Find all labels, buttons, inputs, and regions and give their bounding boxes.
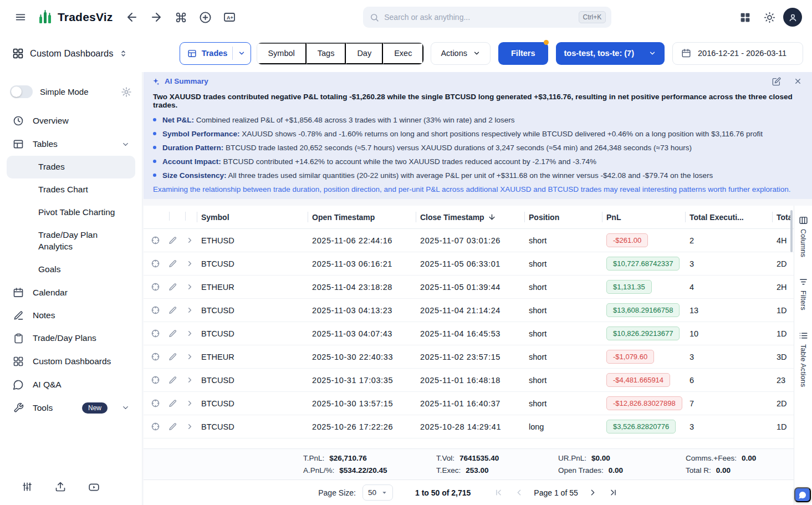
first-page-button[interactable] <box>493 487 504 498</box>
sidebar-subitem-trades[interactable]: Trades <box>7 156 135 178</box>
tab-symbol[interactable]: Symbol <box>257 43 306 64</box>
chevron-right-icon[interactable] <box>186 329 194 338</box>
table-row[interactable]: BTCUSD 2025-10-26 17:22:26 2025-10-28 14… <box>144 415 794 438</box>
date-range-picker[interactable]: 2016-12-21 - 2026-03-11 <box>672 42 803 65</box>
col-pnl[interactable]: PnL <box>602 206 685 229</box>
add-button[interactable] <box>195 7 216 28</box>
back-button[interactable] <box>121 7 142 28</box>
edit-pencil-icon[interactable] <box>168 283 177 292</box>
table-row[interactable]: BTCUSD 2025-10-30 13:57:15 2025-11-01 16… <box>144 392 794 415</box>
sidebar-item-trade-day-plans[interactable]: Trade/Day Plans <box>7 327 135 350</box>
apps-grid-button[interactable] <box>734 7 755 28</box>
custom-dashboards-selector[interactable]: Custom Dashboards <box>9 45 131 62</box>
edit-pencil-icon[interactable] <box>168 353 177 361</box>
sliders-button[interactable] <box>19 478 35 495</box>
edit-pencil-icon[interactable] <box>168 236 177 245</box>
chevron-right-icon[interactable] <box>186 376 194 384</box>
filters-button[interactable]: Filters <box>498 42 548 65</box>
chevron-right-icon[interactable] <box>186 236 194 244</box>
tab-tags[interactable]: Tags <box>307 43 346 64</box>
sidebar-subitem-goals[interactable]: Goals <box>7 258 135 281</box>
command-button[interactable] <box>170 7 191 28</box>
edit-pencil-icon[interactable] <box>168 422 177 431</box>
position-cell: long <box>524 415 602 438</box>
actions-dropdown[interactable]: Actions <box>431 42 491 65</box>
theme-toggle-button[interactable] <box>759 7 780 28</box>
chevron-right-icon[interactable] <box>186 283 194 291</box>
brand-logo[interactable]: TradesViz <box>38 10 113 25</box>
table-row[interactable]: BTCUSD 2025-11-03 04:07:43 2025-11-04 16… <box>144 322 794 345</box>
chevron-right-icon[interactable] <box>186 422 194 431</box>
total-duration-cell: 1D <box>772 415 794 438</box>
col-close-timestamp[interactable]: Close Timestamp <box>416 206 524 229</box>
ai-summary-edit-button[interactable] <box>770 75 783 88</box>
global-search[interactable]: Ctrl+K <box>363 7 611 28</box>
youtube-button[interactable] <box>85 478 102 495</box>
next-page-button[interactable] <box>587 487 599 498</box>
accounts-dropdown[interactable]: tos-test, tos-te: (7) <box>556 42 665 65</box>
upload-button[interactable] <box>52 478 69 495</box>
chevron-right-icon[interactable] <box>186 259 194 268</box>
table-row[interactable]: BTCUSD 2025-11-03 06:16:21 2025-11-05 06… <box>144 252 794 276</box>
edit-pencil-icon[interactable] <box>168 306 177 315</box>
dashboard-grid-icon <box>12 48 24 59</box>
ai-summary-suggestion-link[interactable]: Examining the relationship between trade… <box>153 185 803 193</box>
edit-pencil-icon[interactable] <box>168 376 177 385</box>
gear-icon[interactable] <box>121 86 132 98</box>
menu-button[interactable] <box>10 7 31 28</box>
sidebar-item-tools[interactable]: Tools New <box>7 396 135 420</box>
tab-trades[interactable]: Trades <box>180 42 252 65</box>
sidebar-item-custom-dashboards[interactable]: Custom Dashboards <box>7 350 135 373</box>
prev-page-button[interactable] <box>513 487 525 498</box>
search-input[interactable] <box>384 13 573 22</box>
sidebar-item-calendar[interactable]: Calendar <box>7 281 135 304</box>
rail-filters-button[interactable]: Filters <box>799 277 808 310</box>
target-icon[interactable] <box>151 422 160 431</box>
sidebar-item-label: Calendar <box>33 288 68 298</box>
scrollbar-thumb[interactable] <box>790 210 793 252</box>
table-row[interactable]: BTCUSD 2025-11-03 04:13:23 2025-11-04 21… <box>144 299 794 322</box>
ai-compose-button[interactable]: A+ <box>219 7 240 28</box>
sidebar-subitem-pivot-table-charting[interactable]: Pivot Table Charting <box>7 201 135 224</box>
tab-day[interactable]: Day <box>346 43 383 64</box>
target-icon[interactable] <box>151 236 160 245</box>
target-icon[interactable] <box>151 352 160 361</box>
table-row[interactable]: BTCUSD 2025-10-31 17:03:35 2025-11-01 16… <box>144 369 794 392</box>
target-icon[interactable] <box>151 399 160 408</box>
rail-columns-button[interactable]: Columns <box>799 216 808 257</box>
table-row[interactable]: ETHEUR 2025-11-04 23:18:28 2025-11-05 01… <box>144 276 794 299</box>
edit-pencil-icon[interactable] <box>168 399 177 408</box>
sidebar-item-ai-qa[interactable]: AI Q&A <box>7 373 135 396</box>
last-page-button[interactable] <box>607 487 619 498</box>
ai-summary-close-button[interactable] <box>791 75 804 88</box>
target-icon[interactable] <box>151 259 160 268</box>
chat-widget-button[interactable] <box>794 487 811 502</box>
col-position[interactable]: Position <box>524 206 602 229</box>
table-row[interactable]: ETHEUR 2025-10-30 22:40:33 2025-11-02 23… <box>144 345 794 369</box>
col-open-timestamp[interactable]: Open Timestamp <box>308 206 416 229</box>
target-icon[interactable] <box>151 375 160 385</box>
sidebar-item-notes[interactable]: Notes <box>7 304 135 327</box>
sidebar-item-tables[interactable]: Tables <box>7 132 135 156</box>
edit-pencil-icon[interactable] <box>168 259 177 268</box>
sidebar-item-overview[interactable]: Overview <box>7 109 135 132</box>
table-row[interactable]: ETHUSD 2025-11-06 22:44:16 2025-11-07 03… <box>144 229 794 252</box>
col-symbol[interactable]: Symbol <box>197 206 308 229</box>
target-icon[interactable] <box>151 329 160 338</box>
page-size-select[interactable]: 50 <box>362 484 393 501</box>
forward-button[interactable] <box>146 7 167 28</box>
avatar[interactable] <box>783 8 802 27</box>
sidebar-subitem-trades-chart[interactable]: Trades Chart <box>7 178 135 201</box>
edit-pencil-icon[interactable] <box>168 329 177 338</box>
target-icon[interactable] <box>151 282 160 292</box>
chevron-right-icon[interactable] <box>186 306 194 314</box>
simple-mode-toggle[interactable] <box>10 85 33 98</box>
chevron-right-icon[interactable] <box>186 353 194 361</box>
rail-table-actions-button[interactable]: Table Actions <box>799 331 808 387</box>
sidebar-subitem-trade-day-plan-analytics[interactable]: Trade/Day Plan Analytics <box>7 224 135 258</box>
chevron-right-icon[interactable] <box>186 399 194 407</box>
target-icon[interactable] <box>151 305 160 315</box>
col-total-executions[interactable]: Total Executi... <box>685 206 772 229</box>
tab-exec[interactable]: Exec <box>383 43 423 64</box>
chat-icon <box>798 491 807 499</box>
